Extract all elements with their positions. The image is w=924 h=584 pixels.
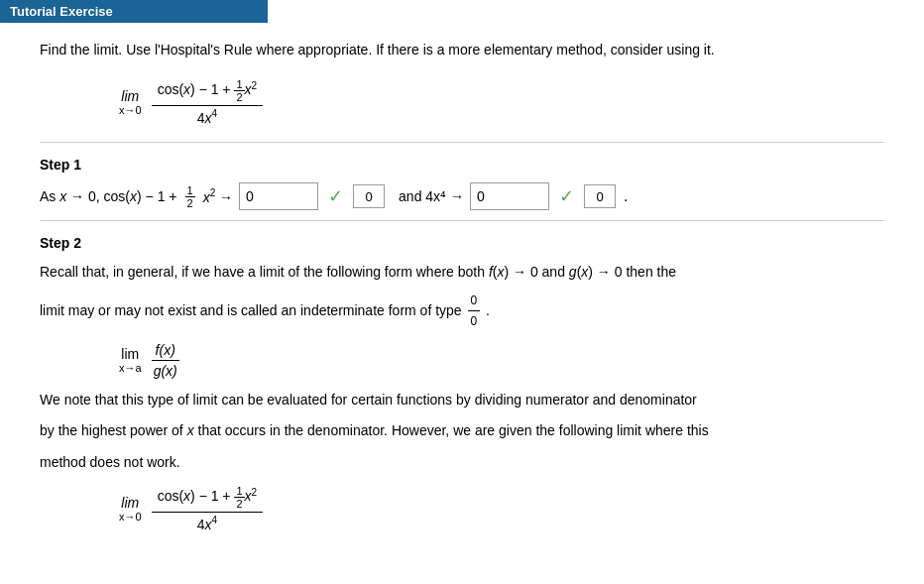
tutorial-header: Tutorial Exercise — [0, 0, 268, 23]
divider-1 — [40, 142, 884, 143]
lim-block-2: lim x→0 — [119, 495, 142, 523]
note-line2: by the highest power of x that occurs in… — [40, 419, 884, 443]
step2-label: Step 2 — [40, 235, 884, 251]
limit2-fraction: cos(x) − 1 + 12x2 4x4 — [152, 485, 264, 532]
main-fraction: cos(x) − 1 + 12x2 4x4 — [152, 78, 264, 126]
divider-2 — [40, 220, 884, 221]
problem-statement: Find the limit. Use l'Hospital's Rule wh… — [40, 39, 884, 60]
step1-input1[interactable] — [239, 182, 318, 210]
main-limit-display: lim x→0 cos(x) − 1 + 12x2 4x4 — [119, 78, 884, 126]
check-icon-1: ✓ — [328, 185, 343, 207]
small-box-1: 0 — [353, 184, 385, 208]
step1-input2[interactable] — [470, 182, 549, 210]
check-icon-2: ✓ — [559, 185, 574, 207]
lim-g-block: lim x→a f(x) g(x) — [119, 342, 884, 379]
note-line3: method does not work. — [40, 451, 884, 475]
step1-row: As x → 0, cos(x) − 1 + 1 2 x2 → ✓ 0 and … — [40, 182, 884, 210]
step2-line2: limit may or may not exist and is called… — [40, 291, 884, 332]
lim-block: lim x→0 — [119, 88, 142, 116]
step1-label: Step 1 — [40, 157, 884, 173]
dot: . — [624, 187, 628, 205]
note-line1: We note that this type of limit can be e… — [40, 389, 884, 412]
step2-line1: Recall that, in general, if we have a li… — [40, 261, 884, 285]
small-box-2: 0 — [584, 184, 616, 208]
limit2-display: lim x→0 cos(x) − 1 + 12x2 4x4 — [119, 485, 884, 532]
